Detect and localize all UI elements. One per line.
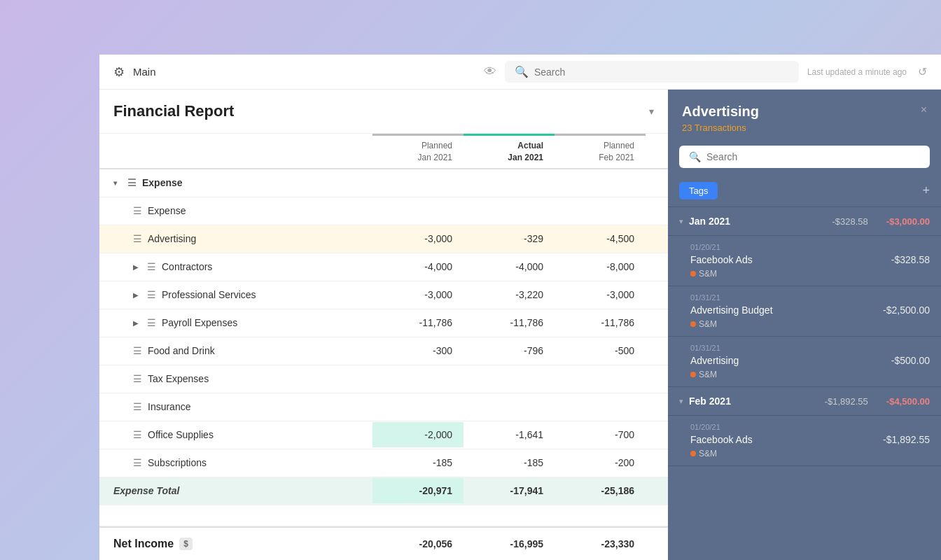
last-updated-text: Last updated a minute ago — [807, 67, 907, 77]
table-panel: Financial Report ▾ Planned Jan 2021 Actu… — [99, 90, 668, 560]
search-icon: 🔍 — [515, 65, 529, 78]
period-actual-feb: -$1,892.55 — [825, 396, 868, 407]
tax-icon: ☰ — [133, 373, 142, 384]
net-income-row: Net Income $ -20,056 -16,995 -23,330 — [99, 526, 668, 560]
detail-search-input[interactable] — [706, 151, 920, 162]
office-supplies-v1: -2,000 — [372, 422, 463, 447]
expense-v2 — [463, 176, 555, 190]
subscriptions-label: ☰ Subscriptions — [99, 450, 372, 475]
report-chevron[interactable]: ▾ — [649, 106, 654, 117]
payroll-expand[interactable]: ▶ — [133, 319, 141, 327]
tx-amount: -$500.00 — [891, 355, 930, 366]
advertising-label: ☰ Advertising — [99, 226, 372, 251]
period-chevron-jan: ▾ — [679, 217, 683, 226]
col-planned-feb: Planned Feb 2021 — [555, 134, 646, 168]
tx-tags: S&M — [690, 269, 930, 279]
prof-services-icon: ☰ — [147, 289, 156, 300]
office-supplies-v3: -700 — [555, 422, 646, 447]
expense-total-v3: -25,186 — [555, 478, 646, 503]
payroll-icon: ☰ — [147, 317, 156, 328]
period-header-jan[interactable]: ▾ Jan 2021 -$328.58 -$3,000.00 — [668, 207, 941, 235]
tags-button[interactable]: Tags — [679, 182, 718, 200]
detail-header: Advertising 23 Transactions × — [668, 90, 941, 139]
global-search[interactable]: 🔍 — [505, 61, 799, 83]
detail-title: Advertising — [682, 104, 759, 120]
column-headers: Planned Jan 2021 Actual Jan 2021 Planned… — [99, 134, 668, 169]
row-expense-total: Expense Total -20,971 -17,941 -25,186 — [99, 477, 668, 505]
tx-date: 01/20/21 — [690, 423, 930, 431]
tx-amount: -$2,500.00 — [883, 304, 930, 316]
subscriptions-v2: -185 — [463, 450, 555, 475]
advertising-v2: -329 — [463, 226, 555, 251]
header-actions: Last updated a minute ago ↺ — [807, 65, 927, 78]
tx-tag: S&M — [690, 449, 717, 458]
food-drink-v3: -500 — [555, 338, 646, 363]
advertising-icon: ☰ — [133, 233, 142, 244]
expense-total-v1: -20,971 — [372, 478, 463, 503]
add-tag-icon[interactable]: + — [922, 183, 930, 198]
tx-tag: S&M — [690, 269, 717, 279]
search-input[interactable] — [534, 66, 789, 78]
refresh-icon[interactable]: ↺ — [918, 65, 927, 78]
empty-spacer — [99, 505, 668, 526]
tx-row: Facebook Ads -$1,892.55 — [690, 434, 930, 445]
expense-total-label: Expense Total — [99, 478, 372, 503]
tx-name: Facebook Ads — [690, 254, 753, 265]
transaction-list: ▾ Jan 2021 -$328.58 -$3,000.00 01/20/21 … — [668, 207, 941, 560]
row-contractors: ▶ ☰ Contractors -4,000 -4,000 -8,000 — [99, 253, 668, 281]
prof-services-expand[interactable]: ▶ — [133, 291, 141, 299]
tax-v1 — [372, 372, 463, 386]
tx-amount: -$1,892.55 — [883, 434, 930, 445]
tx-date: 01/31/21 — [690, 293, 930, 302]
tax-label: ☰ Tax Expenses — [99, 366, 372, 391]
tx-name: Facebook Ads — [690, 434, 753, 445]
expense-section-text: Expense — [142, 177, 183, 188]
tx-name: Advertising Budget — [690, 304, 773, 316]
expense-sub-v3 — [555, 204, 646, 218]
detail-panel: Advertising 23 Transactions × 🔍 Tags + ▾ — [668, 90, 941, 560]
tx-tag: S&M — [690, 370, 717, 379]
net-income-label: Net Income $ — [99, 531, 372, 557]
eye-icon[interactable]: 👁 — [484, 64, 496, 79]
period-header-feb[interactable]: ▾ Feb 2021 -$1,892.55 -$4,500.00 — [668, 387, 941, 415]
section-expense-label: ▾ ☰ Expense — [99, 170, 372, 195]
period-label-jan: Jan 2021 — [689, 216, 827, 227]
detail-search[interactable]: 🔍 — [679, 146, 930, 168]
expense-v1 — [372, 176, 463, 190]
food-drink-icon: ☰ — [133, 345, 142, 356]
insurance-v2 — [463, 400, 555, 414]
tx-tags: S&M — [690, 370, 930, 379]
content-area: Financial Report ▾ Planned Jan 2021 Actu… — [99, 90, 941, 560]
payroll-v1: -11,786 — [372, 310, 463, 335]
office-supplies-icon: ☰ — [133, 429, 142, 440]
period-group-jan: ▾ Jan 2021 -$328.58 -$3,000.00 01/20/21 … — [668, 207, 941, 387]
col-planned-jan: Planned Jan 2021 — [372, 134, 463, 168]
tag-dot — [690, 271, 696, 276]
tx-tag: S&M — [690, 319, 717, 329]
insurance-v3 — [555, 400, 646, 414]
tag-dot — [690, 372, 696, 377]
expense-expand-icon[interactable]: ▾ — [113, 179, 122, 187]
row-tax: ☰ Tax Expenses — [99, 365, 668, 393]
period-chevron-feb: ▾ — [679, 397, 683, 406]
transaction-item: 01/20/21 Facebook Ads -$1,892.55 S&M — [668, 415, 941, 465]
food-drink-v1: -300 — [372, 338, 463, 363]
row-expense-sub: ☰ Expense — [99, 197, 668, 225]
tag-dot — [690, 321, 696, 327]
contractors-icon: ☰ — [147, 261, 156, 272]
expense-v3 — [555, 176, 646, 190]
food-drink-v2: -796 — [463, 338, 555, 363]
office-supplies-v2: -1,641 — [463, 422, 555, 447]
advertising-v3: -4,500 — [555, 226, 646, 251]
row-payroll: ▶ ☰ Payroll Expenses -11,786 -11,786 -11… — [99, 309, 668, 337]
expense-sub-icon: ☰ — [133, 205, 142, 216]
row-professional-services: ▶ ☰ Professional Services -3,000 -3,220 … — [99, 281, 668, 309]
office-supplies-label: ☰ Office Supplies — [99, 422, 372, 447]
transaction-item: 01/31/21 Advertising Budget -$2,500.00 S… — [668, 286, 941, 336]
row-insurance: ☰ Insurance — [99, 393, 668, 421]
main-icon: ⚙ — [113, 64, 125, 80]
close-icon[interactable]: × — [921, 104, 927, 116]
contractors-v2: -4,000 — [463, 254, 555, 279]
header-title: Main — [133, 66, 475, 78]
contractors-expand[interactable]: ▶ — [133, 263, 141, 271]
